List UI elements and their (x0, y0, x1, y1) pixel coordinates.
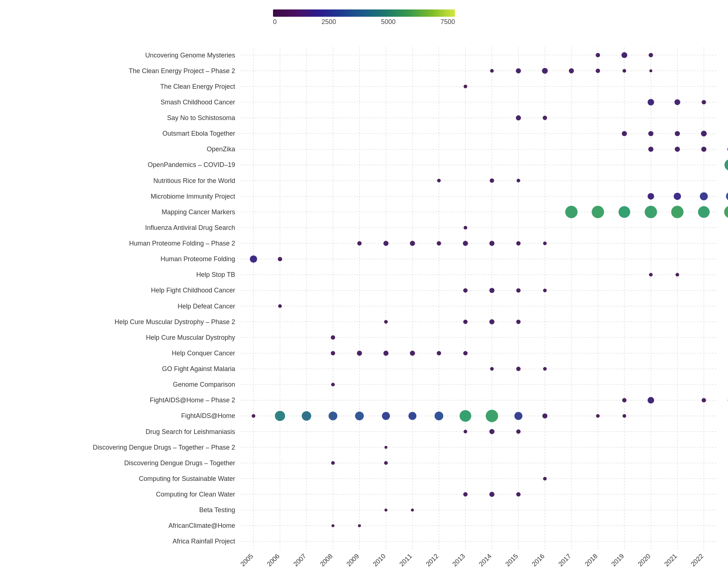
data-dot (621, 52, 627, 58)
y-label: FightAIDS@Home – Phase 2 (150, 396, 235, 404)
data-dot (700, 192, 708, 200)
data-dot (383, 241, 388, 246)
data-dot (569, 68, 574, 73)
y-label: Help Fight Childhood Cancer (151, 287, 235, 294)
x-label: 2005 (239, 553, 254, 568)
data-dot (618, 206, 630, 218)
x-label: 2011 (398, 553, 413, 568)
data-dot (648, 99, 654, 105)
data-dot (490, 367, 494, 371)
data-dot (463, 351, 468, 355)
gradient-label-2500: 2500 (321, 18, 336, 26)
x-label: 2010 (372, 553, 387, 568)
data-dot (649, 53, 653, 57)
data-dot (516, 115, 521, 120)
data-dot (384, 461, 388, 465)
y-label: Outsmart Ebola Together (162, 130, 235, 137)
data-dot (516, 492, 521, 497)
data-dot (437, 351, 441, 355)
data-dot (649, 69, 652, 72)
data-dot (463, 288, 468, 292)
data-dot (674, 99, 680, 105)
y-label: Genome Comparison (173, 381, 235, 388)
data-dot (490, 69, 494, 73)
data-dot (463, 241, 468, 246)
data-dot (648, 397, 654, 403)
data-dot (489, 429, 494, 434)
data-dot (622, 131, 627, 136)
data-dot (489, 241, 494, 246)
data-dot (489, 288, 494, 293)
data-dot (250, 255, 257, 263)
data-dot (486, 410, 498, 422)
data-dot (516, 68, 521, 73)
y-label: Human Proteome Folding – Phase 2 (129, 240, 235, 247)
y-label: Influenza Antiviral Drug Search (145, 224, 235, 231)
data-dot (331, 383, 335, 386)
y-label: Computing for Sustainable Water (139, 475, 235, 482)
data-dot (252, 414, 255, 418)
data-dot (648, 131, 653, 136)
data-dot (464, 226, 467, 230)
gradient-label-0: 0 (273, 18, 277, 26)
y-label: GO Fight Against Malaria (162, 365, 236, 372)
data-dot (437, 179, 441, 183)
data-dot (702, 398, 706, 402)
gradient-label-7500: 7500 (440, 18, 455, 26)
data-dot (331, 351, 335, 355)
main-plot: Uncovering Genome MysteriesThe Clean Ene… (0, 36, 728, 582)
data-dot (724, 159, 728, 171)
data-dot (463, 492, 468, 497)
y-label: Discovering Dengue Drugs – Together (124, 459, 235, 467)
data-dot (357, 241, 362, 246)
data-dot (410, 241, 415, 246)
legend-area: 0 2500 5000 7500 (255, 7, 473, 26)
data-dot (622, 69, 626, 73)
data-dot (726, 192, 728, 201)
color-gradient-bar (273, 9, 455, 17)
y-label: Microbiome Immunity Project (151, 193, 235, 200)
data-dot (543, 116, 547, 120)
y-label: Drug Search for Leishmaniasis (146, 428, 235, 435)
y-label: Smash Childhood Cancer (161, 99, 235, 106)
data-dot (329, 411, 337, 420)
data-dot (357, 351, 362, 356)
y-label: Uncovering Genome Mysteries (145, 52, 235, 59)
data-dot (592, 206, 604, 218)
data-dot (674, 193, 681, 200)
x-label: 2022 (689, 553, 705, 568)
data-dot (331, 335, 335, 340)
data-dot (384, 320, 388, 324)
data-dot (701, 131, 707, 136)
data-dot (382, 412, 390, 420)
data-dot (516, 367, 521, 371)
data-dot (411, 509, 414, 511)
data-dot (517, 179, 520, 183)
data-dot (516, 241, 521, 246)
data-dot (596, 414, 600, 418)
data-dot (516, 288, 521, 292)
y-label: Beta Testing (199, 506, 235, 514)
data-dot (384, 446, 387, 449)
data-dot (724, 206, 728, 218)
y-label: Mapping Cancer Markers (162, 208, 235, 216)
gradient-labels: 0 2500 5000 7500 (273, 18, 455, 26)
y-label: Help Cure Muscular Dystrophy (146, 334, 235, 341)
data-dot (648, 193, 654, 200)
data-dot (355, 411, 364, 420)
data-dot (596, 53, 600, 57)
data-dot (302, 411, 311, 420)
y-label: Say No to Schistosoma (167, 114, 236, 121)
x-label: 2019 (610, 553, 625, 568)
data-dot (702, 100, 706, 104)
x-label: 2021 (663, 553, 678, 568)
data-dot (649, 273, 653, 276)
x-label: 2007 (292, 553, 307, 568)
data-dot (489, 492, 494, 497)
y-label: The Clean Energy Project – Phase 2 (129, 67, 235, 75)
x-label: 2008 (318, 553, 334, 568)
x-label: 2015 (504, 553, 519, 568)
gradient-label-5000: 5000 (381, 18, 396, 26)
data-dot (543, 242, 547, 245)
y-label: Human Proteome Folding (161, 255, 235, 263)
